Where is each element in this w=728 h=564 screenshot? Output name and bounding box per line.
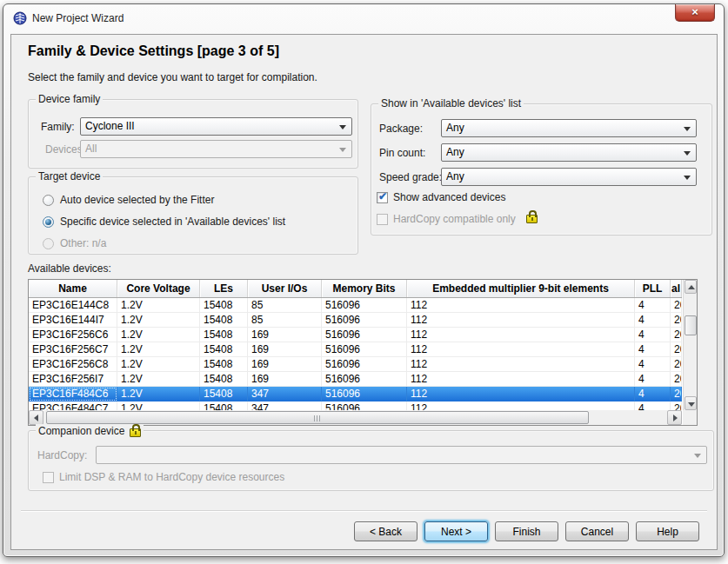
table-cell: 347 bbox=[248, 387, 322, 401]
table-cell: 4 bbox=[635, 313, 671, 328]
table-cell: 112 bbox=[407, 298, 635, 313]
vertical-scroll-thumb[interactable] bbox=[685, 315, 697, 335]
page-title: Family & Device Settings [page 3 of 5] bbox=[28, 43, 279, 59]
package-combobox[interactable]: Any bbox=[441, 119, 697, 137]
table-cell: 1.2V bbox=[117, 328, 200, 342]
table-header-row: NameCore VoltageLEsUser I/OsMemory BitsE… bbox=[29, 280, 682, 298]
scroll-down-button[interactable] bbox=[685, 396, 697, 410]
speed-grade-value: Any bbox=[446, 170, 464, 182]
table-cell: 20 bbox=[671, 328, 682, 342]
table-cell: 15408 bbox=[200, 401, 248, 410]
vertical-scrollbar[interactable] bbox=[683, 280, 697, 410]
table-cell: EP3C16F256C7 bbox=[29, 342, 117, 357]
lock-icon bbox=[130, 428, 141, 437]
table-row-ep3c16e144c8[interactable]: EP3C16E144C81.2V1540885516096112420 bbox=[29, 298, 682, 313]
scroll-right-button[interactable] bbox=[667, 410, 682, 425]
table-cell: 4 bbox=[635, 342, 671, 357]
companion-device-legend: Companion device bbox=[36, 424, 144, 437]
column-header-core-voltage[interactable]: Core Voltage bbox=[117, 280, 200, 297]
table-cell: 516096 bbox=[322, 313, 407, 328]
radio-label: Specific device selected in 'Available d… bbox=[60, 216, 285, 228]
table-cell: 169 bbox=[248, 357, 322, 372]
table-cell: 15408 bbox=[200, 298, 248, 313]
arrow-right-icon bbox=[673, 415, 678, 421]
table-row-ep3c16f484c6[interactable]: EP3C16F484C61.2V15408347516096112420 bbox=[29, 387, 682, 401]
scroll-left-button[interactable] bbox=[29, 410, 43, 425]
table-cell: 85 bbox=[248, 298, 322, 313]
new-project-wizard-dialog: New Project Wizard × Family & Device Set… bbox=[3, 3, 725, 557]
next-button[interactable]: Next > bbox=[424, 521, 488, 541]
table-cell: EP3C16E144C8 bbox=[29, 298, 117, 313]
device-family-group: Device family Family: Cyclone III Device… bbox=[28, 99, 358, 169]
arrow-left-icon bbox=[34, 415, 38, 421]
radio-disabled-icon bbox=[43, 238, 54, 249]
table-cell: 20 bbox=[671, 342, 682, 357]
back-button[interactable]: < Back bbox=[354, 521, 417, 541]
table-cell: 1.2V bbox=[117, 387, 200, 401]
speed-grade-label: Speed grade: bbox=[379, 171, 442, 183]
partial-table-row[interactable]: EP3C16F484C71.2V15408347516096112420 bbox=[29, 401, 682, 410]
table-cell: 112 bbox=[407, 357, 635, 372]
show-advanced-devices-checkbox[interactable]: Show advanced devices bbox=[377, 191, 505, 203]
finish-button[interactable]: Finish bbox=[495, 521, 558, 541]
table-cell: EP3C16F256I7 bbox=[29, 372, 117, 387]
table-cell: 516096 bbox=[322, 372, 407, 387]
table-cell: 112 bbox=[407, 387, 635, 401]
column-header-pll[interactable]: PLL bbox=[635, 280, 671, 297]
chevron-down-icon bbox=[684, 176, 691, 180]
table-row-ep3c16e144i7[interactable]: EP3C16E144I71.2V1540885516096112420 bbox=[29, 313, 682, 328]
table-cell: 20 bbox=[671, 357, 682, 372]
table-cell: 15408 bbox=[200, 342, 248, 357]
table-row-ep3c16f256c6[interactable]: EP3C16F256C61.2V15408169516096112420 bbox=[29, 328, 682, 342]
cancel-button[interactable]: Cancel bbox=[565, 521, 629, 541]
table-cell: 112 bbox=[407, 313, 635, 328]
chevron-down-icon bbox=[339, 125, 346, 129]
table-row-ep3c16f484c7[interactable]: EP3C16F484C71.2V15408347516096112420 bbox=[29, 401, 682, 410]
horizontal-scroll-thumb[interactable] bbox=[46, 411, 589, 424]
family-combobox[interactable]: Cyclone III bbox=[80, 117, 352, 136]
column-header-memory-bits[interactable]: Memory Bits bbox=[322, 280, 407, 297]
scroll-up-button[interactable] bbox=[685, 280, 697, 294]
table-cell: 169 bbox=[248, 342, 322, 357]
pin-count-value: Any bbox=[446, 146, 464, 158]
table-cell: 516096 bbox=[322, 328, 407, 342]
table-row-ep3c16f256c8[interactable]: EP3C16F256C81.2V15408169516096112420 bbox=[29, 357, 682, 372]
table-cell: 15408 bbox=[200, 387, 248, 401]
table-row-ep3c16f256c7[interactable]: EP3C16F256C71.2V15408169516096112420 bbox=[29, 342, 682, 357]
table-cell: EP3C16F484C6 bbox=[29, 387, 117, 401]
column-header-embedded-multiplier-9-bit-elements[interactable]: Embedded multiplier 9-bit elements bbox=[407, 280, 635, 297]
radio-label: Auto device selected by the Fitter bbox=[60, 194, 214, 206]
page-subtitle: Select the family and device you want to… bbox=[28, 71, 317, 83]
column-header-name[interactable]: Name bbox=[29, 280, 117, 297]
column-header-al[interactable]: al bbox=[671, 280, 682, 297]
pin-count-label: Pin count: bbox=[379, 147, 425, 159]
close-button[interactable]: × bbox=[675, 4, 715, 22]
checkbox-disabled-icon bbox=[43, 472, 54, 483]
table-cell: 4 bbox=[635, 357, 671, 372]
table-cell: 4 bbox=[635, 298, 671, 313]
available-devices-table: NameCore VoltageLEsUser I/OsMemory BitsE… bbox=[28, 279, 698, 426]
table-cell: 20 bbox=[671, 313, 682, 328]
arrow-up-icon bbox=[688, 285, 695, 289]
pin-count-combobox[interactable]: Any bbox=[441, 143, 697, 162]
column-header-user-i-os[interactable]: User I/Os bbox=[248, 280, 322, 297]
table-row-ep3c16f256i7[interactable]: EP3C16F256I71.2V15408169516096112420 bbox=[29, 372, 682, 387]
table-cell: EP3C16F256C6 bbox=[29, 328, 117, 342]
table-cell: 1.2V bbox=[117, 313, 200, 328]
checkbox-label: Limit DSP & RAM to HardCopy device resou… bbox=[59, 471, 284, 483]
table-cell: 15408 bbox=[200, 313, 248, 328]
speed-grade-combobox[interactable]: Any bbox=[441, 168, 697, 186]
radio-auto-device[interactable]: Auto device selected by the Fitter bbox=[43, 194, 214, 206]
column-header-les[interactable]: LEs bbox=[200, 280, 248, 297]
table-cell: 169 bbox=[248, 328, 322, 342]
radio-specific-device[interactable]: Specific device selected in 'Available d… bbox=[43, 216, 285, 228]
table-cell: 20 bbox=[671, 387, 682, 401]
table-cell: 15408 bbox=[200, 357, 248, 372]
hardcopy-label: HardCopy: bbox=[37, 449, 87, 461]
table-cell: 516096 bbox=[322, 357, 407, 372]
title-bar[interactable]: New Project Wizard × bbox=[3, 4, 724, 33]
show-available-devices-group: Show in 'Available devices' list Package… bbox=[371, 103, 712, 236]
horizontal-scrollbar[interactable] bbox=[29, 410, 682, 425]
help-button[interactable]: Help bbox=[636, 521, 699, 541]
table-cell: 1.2V bbox=[117, 401, 200, 410]
